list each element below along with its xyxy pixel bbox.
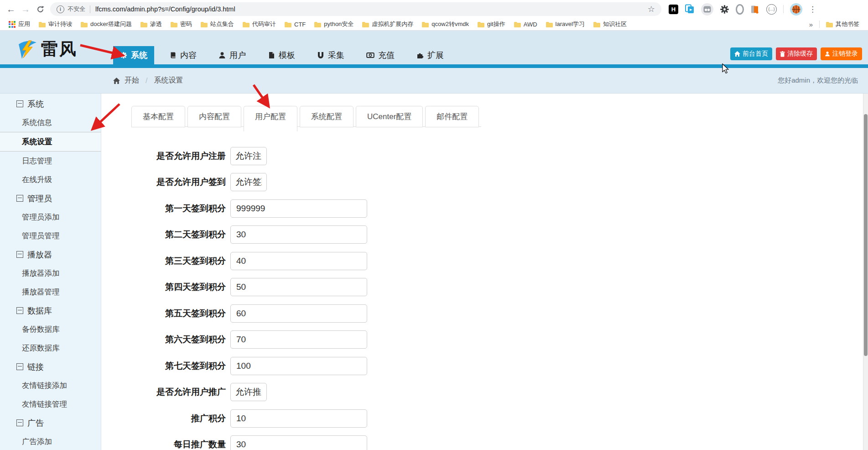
breadcrumb-home[interactable]: 开始 bbox=[125, 76, 139, 85]
item-label: 管理员管理 bbox=[22, 231, 60, 241]
nav-item-template[interactable]: 模板 bbox=[261, 46, 302, 64]
trash-icon bbox=[780, 51, 785, 57]
frontend-home-button[interactable]: 前台首页 bbox=[730, 47, 772, 60]
allow-promote-select[interactable] bbox=[230, 383, 267, 401]
tab-system-config[interactable]: 系统配置 bbox=[300, 106, 353, 127]
clear-cache-button[interactable]: 清除缓存 bbox=[776, 47, 817, 60]
bookmark-item[interactable]: 渗透 bbox=[136, 20, 166, 28]
item-label: 系统信息 bbox=[22, 118, 52, 128]
url-divider bbox=[90, 5, 90, 13]
tab-basic-config[interactable]: 基本配置 bbox=[131, 106, 185, 127]
sidebar-item-log-management[interactable]: 日志管理 bbox=[0, 152, 101, 170]
browser-avatar[interactable] bbox=[790, 3, 802, 16]
extension-code-icon[interactable]: {…} bbox=[766, 4, 777, 15]
main-content: 基本配置 内容配置 用户配置 系统配置 UCenter配置 邮件配置 是否允许用… bbox=[101, 94, 868, 450]
extension-oval-icon[interactable] bbox=[736, 4, 744, 15]
day3-signin-points-input[interactable] bbox=[230, 252, 367, 270]
sidebar-item-admin-manage[interactable]: 管理员管理 bbox=[0, 226, 101, 245]
url-text[interactable]: lfcms.com/admin.php?s=/Config/group/id/3… bbox=[95, 5, 644, 13]
bookmark-item[interactable]: 站点集合 bbox=[196, 20, 238, 28]
sidebar-item-admin-add[interactable]: 管理员添加 bbox=[0, 208, 101, 226]
bookmark-item[interactable]: 密码 bbox=[166, 20, 196, 28]
form-row: 是否允许用户签到 bbox=[101, 169, 868, 196]
reload-button[interactable] bbox=[33, 2, 47, 16]
security-label: 不安全 bbox=[68, 5, 85, 13]
sidebar-group-database[interactable]: 数据库 bbox=[0, 301, 101, 320]
sidebar-item-friendlink-add[interactable]: 友情链接添加 bbox=[0, 376, 101, 395]
bookmark-item[interactable]: git操作 bbox=[473, 20, 509, 28]
day7-signin-points-input[interactable] bbox=[230, 357, 367, 375]
day2-signin-points-input[interactable] bbox=[230, 225, 367, 244]
allow-signin-select[interactable] bbox=[230, 173, 267, 191]
bookmark-item[interactable]: CTF bbox=[280, 21, 310, 28]
url-bar[interactable]: i 不安全 lfcms.com/admin.php?s=/Config/grou… bbox=[50, 2, 661, 16]
promote-points-input[interactable] bbox=[230, 409, 367, 428]
bookmark-item[interactable]: 代码审计 bbox=[238, 20, 280, 28]
sidebar-item-ad-add[interactable]: 广告添加 bbox=[0, 432, 101, 450]
nav-item-collect[interactable]: 采集 bbox=[310, 46, 351, 64]
nav-item-user[interactable]: 用户 bbox=[212, 46, 253, 64]
forward-button[interactable]: → bbox=[18, 2, 33, 16]
tab-mail-config[interactable]: 邮件配置 bbox=[425, 106, 479, 127]
proxy-glyph bbox=[703, 6, 711, 13]
nav-item-recharge[interactable]: 充值 bbox=[359, 46, 401, 64]
bookmark-item[interactable]: AWD bbox=[509, 21, 541, 28]
sidebar-item-friendlink-manage[interactable]: 友情链接管理 bbox=[0, 395, 101, 413]
extension-proxy-icon[interactable] bbox=[701, 3, 713, 16]
logout-button[interactable]: 注销登录 bbox=[821, 47, 862, 60]
tab-ucenter-config[interactable]: UCenter配置 bbox=[356, 106, 423, 127]
day6-signin-points-input[interactable] bbox=[230, 330, 367, 349]
extension-gear-icon[interactable] bbox=[720, 5, 729, 14]
nav-item-system[interactable]: 系统 bbox=[113, 46, 154, 64]
page-scrollbar[interactable] bbox=[863, 94, 868, 450]
sidebar-group-system[interactable]: 系统 bbox=[0, 94, 101, 113]
site-logo[interactable]: 雷风 bbox=[16, 38, 78, 61]
sidebar-item-db-backup[interactable]: 备份数据库 bbox=[0, 320, 101, 339]
nav-item-content[interactable]: 内容 bbox=[162, 46, 203, 64]
tab-content-config[interactable]: 内容配置 bbox=[187, 106, 241, 127]
collapse-icon bbox=[16, 100, 23, 107]
bookmark-item[interactable]: 虚拟机扩展内存 bbox=[358, 20, 417, 28]
day4-signin-points-input[interactable] bbox=[230, 278, 367, 296]
info-icon[interactable]: i bbox=[57, 5, 64, 13]
sidebar-group-ads[interactable]: 广告 bbox=[0, 413, 101, 432]
sidebar-group-links[interactable]: 链接 bbox=[0, 357, 101, 376]
sidebar-group-player[interactable]: 播放器 bbox=[0, 245, 101, 264]
sidebar-item-player-manage[interactable]: 播放器管理 bbox=[0, 283, 101, 301]
bookmark-label: 应用 bbox=[18, 20, 30, 28]
extension-copy-icon[interactable] bbox=[685, 4, 695, 14]
extension-door-icon[interactable] bbox=[750, 5, 760, 14]
back-button[interactable]: ← bbox=[4, 2, 18, 16]
day5-signin-points-input[interactable] bbox=[230, 304, 367, 323]
sidebar-group-admin[interactable]: 管理员 bbox=[0, 189, 101, 208]
bookmark-item[interactable]: docker搭建问题 bbox=[76, 20, 136, 28]
bookmark-item[interactable]: 知识社区 bbox=[589, 20, 631, 28]
config-tabs: 基本配置 内容配置 用户配置 系统配置 UCenter配置 邮件配置 bbox=[131, 106, 481, 131]
day1-signin-points-input[interactable] bbox=[230, 199, 367, 218]
sidebar-item-system-info[interactable]: 系统信息 bbox=[0, 113, 101, 132]
bookmark-star-icon[interactable]: ☆ bbox=[648, 4, 655, 14]
form-row: 第三天签到积分 bbox=[101, 248, 868, 274]
item-label: 播放器添加 bbox=[22, 268, 60, 278]
sidebar-item-player-add[interactable]: 播放器添加 bbox=[0, 264, 101, 283]
sidebar-item-system-settings[interactable]: 系统设置 bbox=[0, 132, 101, 152]
sidebar-item-db-restore[interactable]: 还原数据库 bbox=[0, 339, 101, 357]
extension-h-icon[interactable]: H bbox=[669, 5, 678, 14]
header-actions: 前台首页 清除缓存 注销登录 bbox=[730, 47, 862, 60]
daily-promote-limit-input[interactable] bbox=[230, 435, 367, 450]
bookmark-item[interactable]: qcow2转vmdk bbox=[417, 20, 473, 28]
sidebar: 系统 系统信息 系统设置 日志管理 在线升级 管理员 管理员添加 管理员管理 播… bbox=[0, 94, 101, 450]
bookmark-item[interactable]: 审计待读 bbox=[34, 20, 76, 28]
bookmark-item[interactable]: laravel学习 bbox=[541, 20, 589, 28]
collapse-icon bbox=[16, 419, 23, 426]
nav-item-extend[interactable]: 扩展 bbox=[410, 46, 451, 64]
bookmark-item-apps[interactable]: 应用 bbox=[5, 20, 34, 28]
bookmark-item[interactable]: python安全 bbox=[310, 20, 358, 28]
allow-register-select[interactable] bbox=[230, 147, 267, 165]
scrollbar-thumb[interactable] bbox=[864, 114, 868, 356]
browser-menu-button[interactable]: ⋮ bbox=[809, 5, 816, 14]
tab-user-config[interactable]: 用户配置 bbox=[244, 106, 297, 131]
bookmarks-overflow-chevron[interactable]: » bbox=[805, 21, 817, 28]
other-bookmarks[interactable]: 其他书签 bbox=[821, 20, 863, 28]
sidebar-item-online-upgrade[interactable]: 在线升级 bbox=[0, 170, 101, 189]
